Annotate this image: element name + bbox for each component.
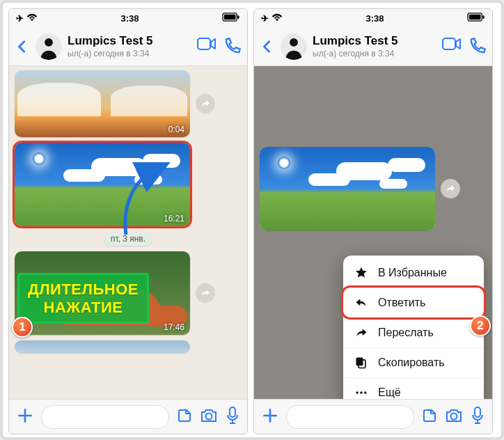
message-image-1[interactable]: 0:04 bbox=[15, 70, 190, 137]
chat-body: В Избранные Ответить Переслать Скопирова… bbox=[254, 66, 492, 399]
svg-rect-2 bbox=[237, 15, 239, 19]
voice-call-button[interactable] bbox=[222, 37, 242, 56]
wifi-icon bbox=[271, 13, 283, 24]
timestamp: 0:04 bbox=[168, 125, 184, 134]
message-input[interactable] bbox=[286, 405, 414, 429]
phone-right: ✈︎ 3:38 Lumpics Test 5 ыл(-а) сегод bbox=[253, 8, 493, 434]
message-image-4-peek[interactable] bbox=[15, 340, 190, 353]
menu-forward[interactable]: Переслать bbox=[343, 317, 484, 347]
svg-rect-13 bbox=[356, 358, 363, 366]
sticker-button[interactable] bbox=[421, 407, 438, 427]
voice-call-button[interactable] bbox=[467, 37, 487, 56]
input-bar bbox=[9, 399, 247, 434]
airplane-icon: ✈︎ bbox=[16, 13, 24, 24]
svg-rect-11 bbox=[443, 38, 455, 49]
airplane-icon: ✈︎ bbox=[261, 13, 269, 24]
video-call-button[interactable] bbox=[442, 37, 462, 56]
svg-point-16 bbox=[364, 391, 366, 393]
camera-button[interactable] bbox=[200, 407, 218, 427]
step-badge-2: 2 bbox=[470, 315, 491, 336]
chat-title[interactable]: Lumpics Test 5 bbox=[68, 34, 191, 48]
back-button[interactable] bbox=[260, 39, 275, 54]
svg-rect-9 bbox=[482, 15, 484, 19]
menu-copy[interactable]: Скопировать bbox=[343, 347, 484, 377]
message-image-selected[interactable] bbox=[260, 147, 435, 230]
forward-icon[interactable] bbox=[196, 283, 215, 303]
svg-rect-8 bbox=[469, 15, 481, 19]
step-badge-1: 1 bbox=[12, 317, 33, 338]
svg-point-17 bbox=[451, 413, 457, 419]
chat-body[interactable]: 0:04 16:21 пт, 3 янв. 17:46 bbox=[9, 66, 247, 399]
svg-rect-1 bbox=[224, 15, 236, 19]
input-bar bbox=[254, 399, 492, 434]
chat-subtitle: ыл(-а) сегодня в 3:34 bbox=[68, 49, 191, 58]
back-button[interactable] bbox=[15, 39, 30, 54]
menu-favorite[interactable]: В Избранные bbox=[343, 258, 484, 288]
context-menu: В Избранные Ответить Переслать Скопирова… bbox=[343, 256, 484, 399]
menu-more[interactable]: Ещё bbox=[343, 377, 484, 399]
chat-subtitle: ыл(-а) сегодня в 3:34 bbox=[313, 49, 436, 58]
video-call-button[interactable] bbox=[197, 37, 216, 56]
forward-icon[interactable] bbox=[441, 179, 460, 198]
mic-button[interactable] bbox=[470, 407, 485, 427]
svg-point-15 bbox=[360, 391, 362, 393]
svg-rect-4 bbox=[198, 38, 210, 49]
svg-rect-6 bbox=[230, 407, 235, 417]
annotation-arrow bbox=[113, 162, 176, 239]
svg-point-10 bbox=[290, 38, 298, 46]
forward-icon[interactable] bbox=[196, 94, 215, 113]
status-bar: ✈︎ 3:38 bbox=[9, 9, 247, 27]
battery-icon bbox=[467, 13, 485, 24]
battery-icon bbox=[222, 13, 240, 24]
chat-header: Lumpics Test 5 ыл(-а) сегодня в 3:34 bbox=[254, 27, 492, 66]
svg-point-14 bbox=[356, 391, 359, 393]
status-bar: ✈︎ 3:38 bbox=[254, 9, 492, 27]
annotation-label: ДЛИТЕЛЬНОЕ НАЖАТИЕ bbox=[17, 273, 149, 324]
timestamp: 17:46 bbox=[164, 322, 184, 332]
attach-button[interactable] bbox=[261, 407, 279, 427]
status-time: 3:38 bbox=[120, 13, 139, 24]
status-time: 3:38 bbox=[365, 13, 384, 24]
svg-point-3 bbox=[45, 38, 53, 46]
wifi-icon bbox=[26, 13, 38, 24]
svg-point-5 bbox=[206, 413, 212, 419]
phone-left: ✈︎ 3:38 Lumpics Test 5 ыл(-а) сегод bbox=[8, 8, 248, 434]
chat-header: Lumpics Test 5 ыл(-а) сегодня в 3:34 bbox=[9, 27, 247, 66]
camera-button[interactable] bbox=[445, 407, 463, 427]
chat-title[interactable]: Lumpics Test 5 bbox=[313, 34, 436, 48]
svg-rect-18 bbox=[475, 407, 480, 417]
menu-reply[interactable]: Ответить bbox=[343, 288, 484, 317]
attach-button[interactable] bbox=[16, 407, 34, 427]
avatar[interactable] bbox=[36, 33, 62, 60]
message-input[interactable] bbox=[41, 405, 169, 429]
mic-button[interactable] bbox=[225, 407, 240, 427]
avatar[interactable] bbox=[281, 33, 307, 60]
sticker-button[interactable] bbox=[176, 407, 193, 427]
